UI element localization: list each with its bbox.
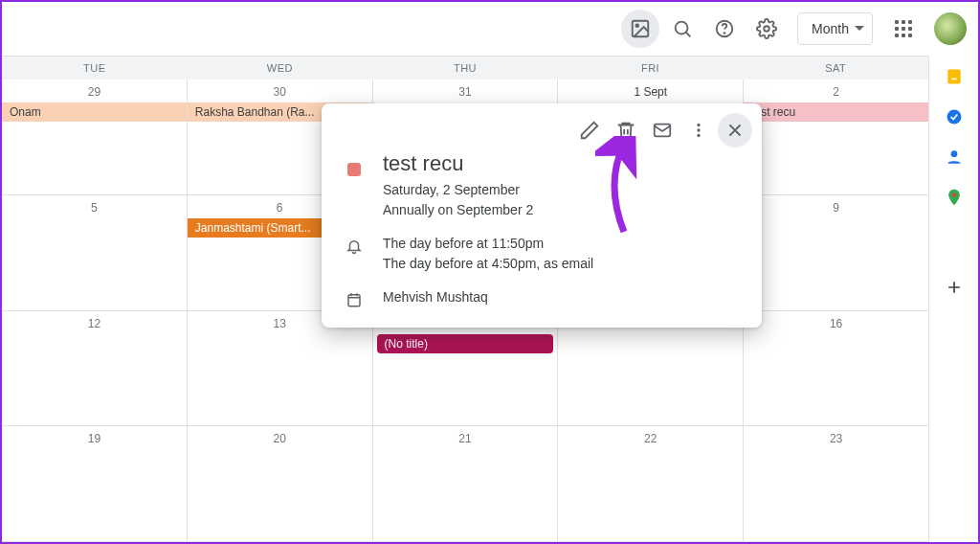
day-cell[interactable]: 2test recu [744,79,928,194]
side-panel [928,56,978,542]
delete-button[interactable] [609,113,643,147]
event-chip[interactable]: Onam [2,102,187,122]
day-number: 9 [744,201,928,215]
gear-icon[interactable] [747,10,786,48]
svg-point-10 [951,193,955,196]
edit-button[interactable] [572,113,607,147]
svg-point-1 [635,24,638,27]
day-header: WED [188,57,373,79]
day-number: 21 [373,432,558,445]
calendar-icon [345,287,364,308]
day-number: 12 [2,317,187,330]
day-number: 31 [373,85,558,99]
view-label: Month [812,21,849,36]
day-cell[interactable]: 16 [744,311,928,426]
svg-rect-7 [951,79,956,80]
day-number: 16 [744,317,928,330]
day-cell[interactable]: 15 [558,311,744,426]
search-icon[interactable] [663,10,702,48]
chevron-down-icon [855,26,864,32]
image-icon[interactable] [621,10,659,48]
notification-line: The day before at 4:50pm, as email [383,254,593,274]
day-number: 20 [188,432,372,445]
maps-icon[interactable] [945,188,964,207]
svg-rect-6 [947,70,960,84]
topbar: Month [2,2,978,56]
more-options-button[interactable] [681,113,716,147]
svg-point-12 [697,124,700,126]
contacts-icon[interactable] [945,147,964,167]
svg-point-8 [947,110,961,125]
organizer-name: Mehvish Mushtaq [383,287,488,308]
svg-point-5 [764,26,769,32]
svg-point-14 [697,134,700,137]
day-header: SAT [743,57,928,79]
day-cell[interactable]: 22 [558,426,744,541]
bell-icon [345,234,364,274]
event-chip[interactable]: (No title) [377,334,554,353]
close-button[interactable] [718,113,752,147]
event-recurrence: Annually on September 2 [383,200,533,220]
event-popup: test recu Saturday, 2 September Annually… [322,103,762,328]
day-number: 2 [744,85,928,99]
day-header: TUE [2,57,188,79]
email-button[interactable] [645,113,679,147]
avatar[interactable] [934,12,967,45]
day-cell[interactable]: 20 [188,426,373,541]
day-cell[interactable]: 9 [744,195,928,310]
help-icon[interactable] [705,10,744,48]
notification-line: The day before at 11:50pm [383,234,593,254]
day-cell[interactable]: 23 [744,426,928,541]
day-number: 19 [2,432,187,445]
event-color-icon [347,163,361,176]
apps-icon[interactable] [884,10,923,48]
svg-point-9 [950,150,957,157]
day-header: FRI [558,57,744,79]
day-number: 5 [2,201,187,215]
event-date: Saturday, 2 September [383,180,533,200]
svg-rect-15 [348,295,360,306]
day-header: THU [372,57,558,79]
tasks-icon[interactable] [945,107,964,126]
day-number: 1 Sept [558,85,743,99]
day-cell[interactable]: 21 [373,426,559,541]
keep-icon[interactable] [945,67,964,86]
day-cell[interactable]: 12 [2,311,188,426]
svg-point-4 [724,33,725,34]
day-cell[interactable]: 13 [188,311,373,426]
view-selector[interactable]: Month [797,12,873,45]
day-number: 29 [2,85,187,99]
day-cell[interactable]: 19 [2,426,188,541]
day-number: 30 [188,85,372,99]
add-icon[interactable] [945,278,964,297]
day-cell[interactable]: 29Onam [2,79,188,194]
day-cell[interactable]: 14(No title) [373,311,559,426]
svg-point-13 [697,128,700,131]
day-number: 23 [744,432,928,445]
svg-point-2 [676,22,688,34]
event-title: test recu [383,151,533,176]
day-cell[interactable]: 5 [2,195,188,310]
event-chip[interactable]: test recu [744,102,928,122]
day-number: 22 [558,432,743,445]
